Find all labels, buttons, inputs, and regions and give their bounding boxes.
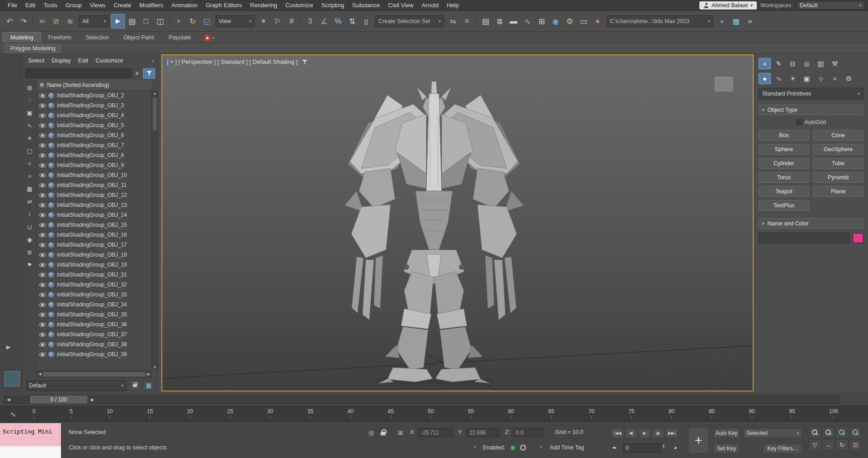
box-button[interactable]: Box <box>759 130 809 141</box>
time-slider-handle[interactable]: 0 / 100 <box>30 396 87 403</box>
visibility-eye-icon[interactable] <box>39 173 46 177</box>
tab-freeform[interactable]: Freeform <box>41 33 79 43</box>
angle-snap-icon[interactable]: ∠ <box>317 14 331 29</box>
viewcube[interactable] <box>715 77 733 91</box>
create-tab[interactable]: + <box>759 58 771 69</box>
name-color-rollout-header[interactable]: ▾ Name and Color <box>759 218 863 229</box>
display-space-warps-icon[interactable]: ≈ <box>25 172 35 181</box>
display-tab[interactable]: ▥ <box>815 58 827 69</box>
percent-snap-icon[interactable]: % <box>331 14 345 29</box>
list-item[interactable]: initialShadingGroup_OBJ_32 <box>37 280 151 290</box>
display-geometry-icon[interactable]: ▣ <box>25 108 35 118</box>
play-button[interactable]: ▶ <box>638 428 651 438</box>
select-and-manipulate-icon[interactable]: ⚐ <box>271 14 284 29</box>
time-step-back-button[interactable]: ◀ <box>5 396 12 403</box>
visibility-eye-icon[interactable] <box>39 94 46 98</box>
menu-item[interactable]: Arnold <box>418 0 443 10</box>
toggle-layer-explorer-icon[interactable]: ≣ <box>493 14 506 29</box>
visibility-eye-icon[interactable] <box>39 153 46 157</box>
visibility-eye-icon[interactable] <box>39 323 46 327</box>
select-and-move-icon[interactable]: + <box>172 14 185 29</box>
menu-item[interactable]: Scripting <box>317 0 349 10</box>
pyramid-button[interactable]: Pyramid <box>813 172 863 183</box>
time-step-forward-button[interactable]: ▶ <box>89 396 96 403</box>
display-cameras-icon[interactable]: ▢ <box>25 146 35 156</box>
scroll-down-icon[interactable]: ▼ <box>152 365 158 369</box>
visibility-eye-icon[interactable] <box>39 143 46 148</box>
list-item[interactable]: initialShadingGroup_OBJ_18 <box>37 250 151 260</box>
display-none-icon[interactable]: ◌ <box>25 95 35 105</box>
sync-selection-icon[interactable]: ▦ <box>143 380 155 391</box>
mirror-icon[interactable]: ⇋ <box>446 14 460 29</box>
filter-icon[interactable] <box>143 68 155 79</box>
list-item[interactable]: initialShadingGroup_OBJ_16 <box>37 230 151 240</box>
add-time-tag-button[interactable]: Add Time Tag <box>550 444 584 451</box>
zoom-extents-all-icon[interactable] <box>849 427 862 438</box>
pan-icon[interactable]: ↔ <box>822 439 835 451</box>
selection-lock-icon[interactable] <box>381 430 386 437</box>
list-item[interactable]: initialShadingGroup_OBJ_17 <box>37 240 151 250</box>
toggle-scene-explorer-icon[interactable]: ▤ <box>479 14 492 29</box>
explorer-overflow-icon[interactable]: » <box>151 58 156 63</box>
autogrid-checkbox[interactable] <box>796 119 802 125</box>
go-to-end-button[interactable]: ▶▶| <box>665 428 678 438</box>
visibility-eye-icon[interactable] <box>39 104 46 108</box>
toolbar-overflow-icon[interactable]: » <box>743 14 757 29</box>
list-item[interactable]: initialShadingGroup_OBJ_10 <box>37 170 151 180</box>
spinner-snap-icon[interactable]: ⇅ <box>345 14 359 29</box>
scroll-left-icon[interactable]: ◀ <box>38 372 41 376</box>
plane-button[interactable]: Plane <box>813 186 863 197</box>
mini-curve-editor-icon[interactable]: ∿ <box>10 410 16 419</box>
listener-pane[interactable] <box>0 446 61 458</box>
create-selection-set-field[interactable]: Create Selection Set▾ <box>375 15 444 27</box>
scroll-right-icon[interactable]: ▶ <box>147 372 150 376</box>
select-and-rotate-icon[interactable]: ↻ <box>186 14 199 29</box>
select-and-scale-icon[interactable]: ◱ <box>200 14 213 29</box>
explorer-menu-item[interactable]: Select <box>24 56 48 65</box>
menu-item[interactable]: Civil View <box>384 0 418 10</box>
zoom-icon[interactable] <box>809 427 821 438</box>
geometry-category-icon[interactable]: ● <box>759 73 771 84</box>
y-coordinate-field[interactable]: 22.696 <box>467 428 500 437</box>
list-item[interactable]: initialShadingGroup_OBJ_34 <box>37 300 151 310</box>
visibility-eye-icon[interactable] <box>39 273 46 277</box>
edit-named-selection-sets-icon[interactable]: {} <box>359 14 373 29</box>
systems-category-icon[interactable]: ⚙ <box>843 73 855 84</box>
object-color-swatch[interactable] <box>853 233 863 243</box>
visibility-eye-icon[interactable] <box>39 223 46 227</box>
polygon-modeling-panel-button[interactable]: Polygon Modeling <box>5 44 61 53</box>
undo-icon[interactable]: ↶ <box>3 14 16 29</box>
list-item[interactable]: initialShadingGroup_OBJ_5 <box>37 120 151 130</box>
select-and-link-icon[interactable]: ∞ <box>35 14 49 29</box>
track-bar[interactable]: ∿ 05101520253035404550556065707580859095… <box>0 406 868 423</box>
list-item[interactable]: initialShadingGroup_OBJ_13 <box>37 200 151 210</box>
rectangular-selection-region-icon[interactable]: □ <box>139 14 153 29</box>
notifications-icon[interactable] <box>520 444 526 451</box>
pin-explorer-icon[interactable]: ⚑ <box>25 260 35 270</box>
render-setup-icon[interactable]: ⚙ <box>563 14 576 29</box>
explorer-menu-item[interactable]: Customize <box>92 56 127 65</box>
visibility-eye-icon[interactable] <box>39 313 46 317</box>
perspective-viewport[interactable]: [ + ] [ Perspective ] [ Standard ] [ Def… <box>161 54 754 391</box>
display-all-icon[interactable]: ◍ <box>25 83 35 92</box>
list-item[interactable]: initialShadingGroup_OBJ_3 <box>37 100 151 110</box>
list-item[interactable]: initialShadingGroup_OBJ_36 <box>37 320 151 329</box>
redo-icon[interactable]: ↷ <box>17 14 30 29</box>
object-type-rollout-header[interactable]: ▾ Object Type <box>759 105 863 115</box>
visibility-eye-icon[interactable] <box>39 134 46 138</box>
previous-frame-button[interactable]: ◀| <box>625 428 637 438</box>
textplus-button[interactable]: TextPlus <box>759 200 809 211</box>
render-production-icon[interactable]: ● <box>591 14 604 29</box>
explorer-preset-dropdown[interactable]: Default ▾ <box>26 380 127 391</box>
key-filters-button[interactable]: Key Filters... <box>763 444 802 453</box>
frame-spinner[interactable]: ▴▾ <box>663 444 665 448</box>
list-item[interactable]: initialShadingGroup_OBJ_37 <box>37 329 151 339</box>
visibility-eye-icon[interactable] <box>39 343 46 347</box>
selected-set-dropdown[interactable]: Selected ▾ <box>743 428 802 438</box>
field-of-view-icon[interactable]: ▽ <box>809 439 821 451</box>
scrollbar-thumb[interactable] <box>153 98 157 130</box>
ribbon-media-icon[interactable]: ▾ <box>204 35 215 41</box>
select-object-icon[interactable]: ► <box>111 14 125 29</box>
shapes-category-icon[interactable]: ∿ <box>773 73 785 84</box>
curve-editor-icon[interactable]: ∿ <box>521 14 534 29</box>
